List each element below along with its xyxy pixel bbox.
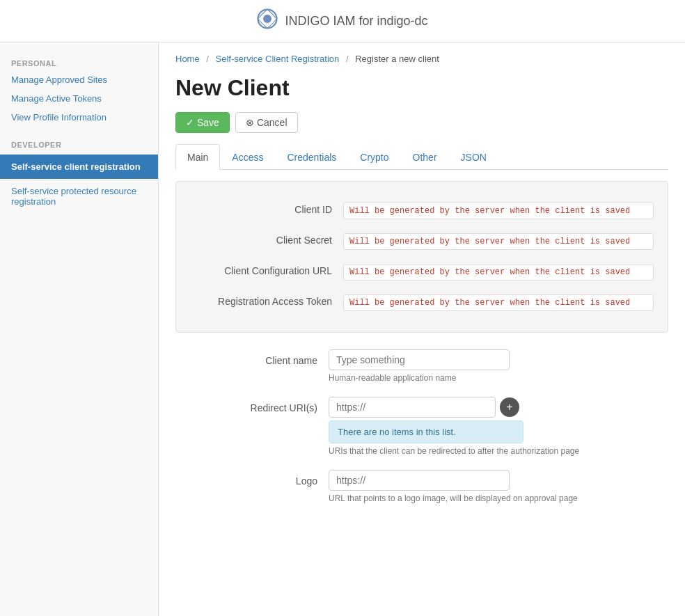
- svg-point-1: [263, 15, 271, 23]
- client-name-row: Client name Human-readable application n…: [175, 349, 668, 383]
- logo-control: URL that points to a logo image, will be…: [329, 470, 668, 503]
- tab-main[interactable]: Main: [175, 144, 220, 170]
- config-url-label: Client Configuration URL: [190, 264, 343, 276]
- redirect-hint: URIs that the client can be redirected t…: [329, 446, 668, 456]
- client-name-input[interactable]: [329, 349, 510, 370]
- top-header: INDIGO IAM for indigo-dc: [0, 0, 685, 42]
- breadcrumb-home[interactable]: Home: [175, 54, 200, 64]
- info-row-client-id: Client ID Will be generated by the serve…: [176, 196, 668, 226]
- content-area: Home / Self-service Client Registration …: [159, 42, 685, 616]
- client-name-hint: Human-readable application name: [329, 373, 668, 383]
- redirect-input-row: +: [329, 397, 668, 418]
- button-bar: ✓ Save ⊗ Cancel: [159, 112, 685, 144]
- personal-section-label: PERSONAL: [0, 54, 158, 70]
- redirect-uri-row: Redirect URI(s) + There are no items in …: [175, 397, 668, 456]
- redirect-uri-input[interactable]: [329, 397, 496, 418]
- tab-access[interactable]: Access: [220, 144, 275, 170]
- client-secret-value: Will be generated by the server when the…: [343, 233, 654, 250]
- save-icon: ✓: [186, 117, 194, 128]
- client-name-label: Client name: [175, 349, 329, 366]
- developer-section-label: DEVELOPER: [0, 135, 158, 152]
- tab-crypto[interactable]: Crypto: [348, 144, 400, 170]
- client-id-value: Will be generated by the server when the…: [343, 203, 654, 219]
- redirect-uri-control: + There are no items in this list. URIs …: [329, 397, 668, 456]
- client-id-label: Client ID: [190, 203, 343, 215]
- info-row-config-url: Client Configuration URL Will be generat…: [176, 257, 668, 287]
- add-redirect-uri-button[interactable]: +: [500, 397, 519, 417]
- no-items-message: There are no items in this list.: [329, 420, 523, 443]
- breadcrumb-middle[interactable]: Self-service Client Registration: [216, 54, 340, 64]
- sidebar-item-view-profile[interactable]: View Profile Information: [0, 108, 158, 127]
- breadcrumb-sep2: /: [346, 54, 349, 64]
- client-name-control: Human-readable application name: [329, 349, 668, 383]
- breadcrumb-sep1: /: [206, 54, 209, 64]
- client-secret-label: Client Secret: [190, 233, 343, 246]
- info-row-client-secret: Client Secret Will be generated by the s…: [176, 226, 668, 257]
- info-row-reg-token: Registration Access Token Will be genera…: [176, 287, 668, 318]
- logo-row: Logo URL that points to a logo image, wi…: [175, 470, 668, 503]
- sidebar: PERSONAL Manage Approved Sites Manage Ac…: [0, 42, 159, 616]
- sidebar-item-manage-active-tokens[interactable]: Manage Active Tokens: [0, 89, 158, 108]
- sidebar-item-self-service-client[interactable]: Self-service client registration: [0, 155, 158, 179]
- save-button[interactable]: ✓ Save: [175, 112, 230, 133]
- info-box: Client ID Will be generated by the serve…: [175, 181, 668, 333]
- tab-credentials[interactable]: Credentials: [275, 144, 348, 170]
- redirect-uri-label: Redirect URI(s): [175, 397, 329, 413]
- main-layout: PERSONAL Manage Approved Sites Manage Ac…: [0, 42, 685, 616]
- save-label: Save: [197, 117, 219, 128]
- tab-other[interactable]: Other: [401, 144, 449, 170]
- site-title: INDIGO IAM for indigo-dc: [285, 14, 427, 29]
- reg-token-value: Will be generated by the server when the…: [343, 294, 654, 311]
- cancel-icon: ⊗: [246, 117, 254, 128]
- page-title: New Client: [159, 75, 685, 112]
- cancel-button[interactable]: ⊗ Cancel: [235, 112, 298, 133]
- sidebar-item-manage-approved-sites[interactable]: Manage Approved Sites: [0, 70, 158, 89]
- config-url-value: Will be generated by the server when the…: [343, 264, 654, 281]
- reg-token-label: Registration Access Token: [190, 294, 343, 307]
- cancel-label: Cancel: [257, 117, 288, 128]
- logo-hint: URL that points to a logo image, will be…: [329, 493, 668, 503]
- sidebar-item-self-service-protected[interactable]: Self-service protected resource registra…: [0, 182, 158, 211]
- form-section: Client name Human-readable application n…: [159, 344, 685, 523]
- logo-label: Logo: [175, 470, 329, 487]
- breadcrumb: Home / Self-service Client Registration …: [159, 42, 685, 75]
- logo-icon: [257, 8, 278, 33]
- breadcrumb-current: Register a new client: [355, 54, 439, 64]
- tab-bar: Main Access Credentials Crypto Other JSO…: [175, 144, 668, 170]
- logo-input[interactable]: [329, 470, 510, 491]
- tab-json[interactable]: JSON: [449, 144, 498, 170]
